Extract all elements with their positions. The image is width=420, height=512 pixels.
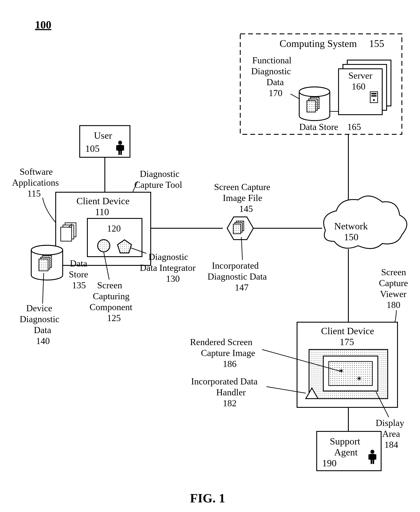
svg-rect-26 xyxy=(116,145,118,151)
svg-text:Data: Data xyxy=(266,77,284,87)
svg-text:Incorporated Data: Incorporated Data xyxy=(191,376,258,386)
data-store-165-icon xyxy=(299,87,330,120)
client-device-175-num: 175 xyxy=(340,337,354,347)
svg-point-40 xyxy=(31,245,63,255)
svg-point-87 xyxy=(370,450,374,454)
rendered-screen-capture-image-label: Rendered Screen Capture Image 186 xyxy=(190,337,255,369)
svg-text:Agent: Agent xyxy=(334,447,358,458)
incorporated-data-handler-label: Incorporated Data Handler 182 xyxy=(191,376,258,408)
functional-diagnostic-data-label: Functional Diagnostic Data 170 xyxy=(251,55,292,98)
svg-text:125: 125 xyxy=(107,313,121,323)
network-cloud-icon: Network 150 xyxy=(324,196,407,248)
svg-text:Capture Image: Capture Image xyxy=(201,348,255,358)
computing-system-label: Computing System xyxy=(280,38,357,49)
user-label: User xyxy=(94,130,112,141)
svg-rect-27 xyxy=(122,145,124,151)
svg-text:Component: Component xyxy=(90,302,132,312)
svg-text:Screen: Screen xyxy=(97,280,122,290)
svg-text:Diagnostic: Diagnostic xyxy=(20,314,60,324)
svg-text:186: 186 xyxy=(223,359,237,369)
svg-rect-91 xyxy=(371,460,372,464)
svg-text:115: 115 xyxy=(27,188,41,199)
figure-number: 100 xyxy=(35,19,51,31)
svg-rect-88 xyxy=(370,454,375,460)
support-agent-num: 190 xyxy=(322,458,337,468)
screen-capture-viewer-label: Screen Capture Viewer 180 xyxy=(379,267,408,310)
user-num: 105 xyxy=(85,143,100,154)
svg-text:Diagnostic: Diagnostic xyxy=(149,252,188,262)
svg-text:184: 184 xyxy=(384,440,398,450)
svg-text:Handler: Handler xyxy=(216,387,246,397)
tool-num: 120 xyxy=(107,223,121,233)
network-num: 150 xyxy=(344,232,358,242)
screen-capture-image-file-label: Screen Capture Image File 145 xyxy=(214,182,270,214)
data-store-135-icon xyxy=(31,245,63,280)
data-store-165-label: Data Store xyxy=(299,122,338,132)
server-num: 160 xyxy=(352,82,365,91)
data-store-135-num: 135 xyxy=(72,280,86,290)
svg-text:180: 180 xyxy=(387,300,400,310)
svg-text:Diagnostic Data: Diagnostic Data xyxy=(208,271,267,282)
svg-point-24 xyxy=(118,141,122,145)
rendered-image-rect xyxy=(329,361,372,385)
svg-text:Rendered Screen: Rendered Screen xyxy=(190,337,253,347)
svg-rect-21 xyxy=(307,101,315,112)
svg-text:147: 147 xyxy=(235,282,248,293)
data-store-135-label-2: Store xyxy=(69,269,88,279)
svg-text:Capturing: Capturing xyxy=(93,291,129,301)
svg-text:Viewer: Viewer xyxy=(380,289,406,299)
computing-system-num: 155 xyxy=(369,38,384,49)
server-stack-icon: Server 160 xyxy=(338,60,391,115)
svg-text:Applications: Applications xyxy=(12,178,59,188)
svg-rect-89 xyxy=(368,454,370,459)
svg-rect-43 xyxy=(39,259,48,271)
svg-rect-25 xyxy=(118,145,122,151)
svg-rect-66 xyxy=(233,224,241,234)
svg-text:170: 170 xyxy=(269,88,282,98)
svg-text:Data Integrator: Data Integrator xyxy=(140,263,195,273)
network-label: Network xyxy=(334,221,368,232)
documents-icon xyxy=(61,223,76,241)
server-label: Server xyxy=(348,71,372,81)
software-applications-label: Software Applications 115 xyxy=(12,167,59,199)
client-device-175-label: Client Device xyxy=(321,326,374,336)
svg-text:Diagnostic: Diagnostic xyxy=(251,66,291,76)
svg-rect-92 xyxy=(373,460,374,464)
data-store-135-label-1: Data xyxy=(70,258,87,268)
data-store-165-num: 165 xyxy=(347,122,361,132)
client-device-110-label: Client Device xyxy=(76,196,129,206)
svg-text:Diagnostic: Diagnostic xyxy=(140,169,180,179)
svg-rect-28 xyxy=(118,151,120,155)
svg-text:Device: Device xyxy=(26,303,52,313)
leader-idd xyxy=(241,237,242,260)
svg-text:Data: Data xyxy=(34,325,51,335)
svg-point-11 xyxy=(373,99,375,101)
device-diagnostic-data-label: Device Diagnostic Data 140 xyxy=(20,303,60,346)
figure-caption: FIG. 1 xyxy=(190,491,225,505)
hexagon-icon xyxy=(227,217,253,240)
computing-system-box: Computing System 155 Server 160 Function… xyxy=(240,34,402,134)
user-box: User 105 xyxy=(80,126,130,157)
svg-text:Incorporated: Incorporated xyxy=(212,261,259,271)
svg-rect-10 xyxy=(371,95,376,97)
star-icon: ✶ xyxy=(356,375,362,383)
svg-rect-38 xyxy=(61,227,72,241)
svg-text:Software: Software xyxy=(20,167,53,177)
screen-capturing-component-label: Screen Capturing Component 125 xyxy=(90,280,132,323)
client-device-110-box: Client Device 110 120 xyxy=(56,192,151,265)
svg-text:Capture Tool: Capture Tool xyxy=(134,180,182,190)
svg-text:Support: Support xyxy=(330,436,360,447)
svg-text:130: 130 xyxy=(166,274,180,284)
svg-rect-9 xyxy=(371,93,376,94)
incorporated-diagnostic-data-label: Incorporated Diagnostic Data 147 xyxy=(208,261,267,293)
svg-point-18 xyxy=(299,87,330,97)
svg-text:Capture: Capture xyxy=(379,278,408,288)
svg-text:140: 140 xyxy=(36,336,50,346)
svg-text:Display: Display xyxy=(376,418,404,428)
circle-icon xyxy=(98,240,110,252)
svg-text:Screen Capture: Screen Capture xyxy=(214,182,270,192)
svg-rect-29 xyxy=(120,151,122,155)
svg-text:145: 145 xyxy=(239,204,253,214)
client-device-110-num: 110 xyxy=(95,207,109,217)
svg-text:Screen: Screen xyxy=(381,267,406,277)
